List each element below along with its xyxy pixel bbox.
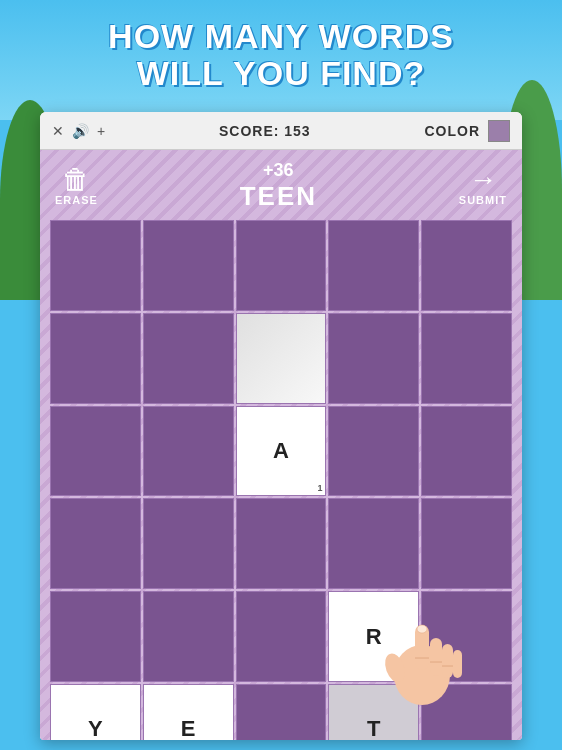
erase-label: ERASE	[55, 194, 98, 206]
current-word: TEEN	[240, 181, 317, 212]
cell-5-1[interactable]: E1	[143, 684, 234, 740]
arrow-right-icon: →	[469, 166, 497, 194]
headline-line1: HOW MANY WORDS	[0, 18, 562, 55]
cell-2-1[interactable]	[143, 406, 234, 497]
erase-button[interactable]: 🗑 ERASE	[55, 166, 98, 206]
word-score: +36	[263, 160, 294, 181]
cell-letter: E	[181, 718, 196, 740]
cell-3-4[interactable]	[421, 498, 512, 589]
headline-line2: WILL YOU FIND?	[0, 55, 562, 92]
cell-value: 6	[410, 669, 415, 679]
word-display: +36 TEEN	[240, 160, 317, 212]
cell-5-3[interactable]: T	[328, 684, 419, 740]
close-icon[interactable]: ✕	[52, 123, 64, 139]
browser-toolbar: ✕ 🔊 + SCORE: 153 COLOR	[40, 112, 522, 150]
cell-3-1[interactable]	[143, 498, 234, 589]
cell-1-3[interactable]	[328, 313, 419, 404]
cell-0-2[interactable]	[236, 220, 327, 311]
submit-button[interactable]: → SUBMIT	[459, 166, 507, 206]
cell-1-0[interactable]	[50, 313, 141, 404]
cell-5-0[interactable]: Y9	[50, 684, 141, 740]
browser-window: ✕ 🔊 + SCORE: 153 COLOR 🗑 ERASE +36 TEEN …	[40, 112, 522, 740]
game-area: 🗑 ERASE +36 TEEN → SUBMIT A1R6Y9E1TU8I4N…	[40, 150, 522, 740]
letter-grid: A1R6Y9E1TU8I4N5N5NI4T2O3E1	[50, 220, 512, 740]
cell-0-0[interactable]	[50, 220, 141, 311]
cell-2-4[interactable]	[421, 406, 512, 497]
cell-0-3[interactable]	[328, 220, 419, 311]
color-label: COLOR	[424, 123, 480, 139]
cell-2-3[interactable]	[328, 406, 419, 497]
headline: HOW MANY WORDS WILL YOU FIND?	[0, 18, 562, 93]
cell-letter: A	[273, 440, 289, 462]
cell-0-4[interactable]	[421, 220, 512, 311]
trash-icon: 🗑	[62, 166, 90, 194]
cell-3-0[interactable]	[50, 498, 141, 589]
cell-1-1[interactable]	[143, 313, 234, 404]
cell-2-2[interactable]: A1	[236, 406, 327, 497]
cell-1-2[interactable]	[236, 313, 327, 404]
cell-4-0[interactable]	[50, 591, 141, 682]
cell-letter: R	[366, 626, 382, 648]
color-swatch[interactable]	[488, 120, 510, 142]
score-display: SCORE: 153	[113, 123, 416, 139]
cell-3-3[interactable]	[328, 498, 419, 589]
submit-label: SUBMIT	[459, 194, 507, 206]
cell-1-4[interactable]	[421, 313, 512, 404]
cell-4-2[interactable]	[236, 591, 327, 682]
controls-row: 🗑 ERASE +36 TEEN → SUBMIT	[50, 160, 512, 212]
cell-4-1[interactable]	[143, 591, 234, 682]
cell-0-1[interactable]	[143, 220, 234, 311]
cell-4-4[interactable]	[421, 591, 512, 682]
add-icon[interactable]: +	[97, 123, 105, 139]
cell-letter: T	[367, 718, 380, 740]
cell-3-2[interactable]	[236, 498, 327, 589]
cell-value: 1	[317, 483, 322, 493]
sound-icon[interactable]: 🔊	[72, 123, 89, 139]
cell-5-4[interactable]	[421, 684, 512, 740]
cell-letter: Y	[88, 718, 103, 740]
cell-4-3[interactable]: R6	[328, 591, 419, 682]
cell-5-2[interactable]	[236, 684, 327, 740]
cell-2-0[interactable]	[50, 406, 141, 497]
